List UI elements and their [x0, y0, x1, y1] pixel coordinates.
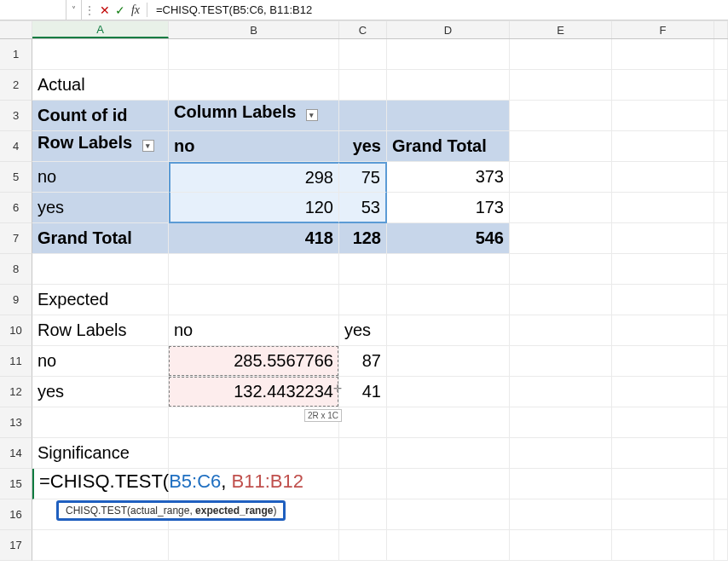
row-header[interactable]: 1	[0, 39, 32, 70]
row-header[interactable]: 4	[0, 131, 32, 162]
significance-label[interactable]: Significance	[32, 438, 169, 469]
cell-C7[interactable]: 128	[339, 223, 387, 254]
cell[interactable]	[612, 469, 714, 499]
cell[interactable]	[387, 499, 510, 530]
cell[interactable]	[714, 346, 728, 377]
cell[interactable]	[510, 162, 612, 193]
cell[interactable]	[510, 377, 612, 407]
cell[interactable]	[510, 193, 612, 223]
pivot-col-yes[interactable]: yes	[339, 131, 387, 162]
cell[interactable]	[714, 101, 728, 131]
cell-B11[interactable]: 285.5567766	[169, 346, 339, 377]
row-header[interactable]: 13	[0, 407, 32, 438]
row-header[interactable]: 12	[0, 377, 32, 407]
enter-icon[interactable]: ✓	[113, 0, 128, 20]
cell[interactable]	[169, 530, 339, 561]
cell[interactable]	[32, 254, 169, 285]
pivot-grand-total-col[interactable]: Grand Total	[387, 131, 510, 162]
cell[interactable]	[612, 39, 714, 70]
cell-D6[interactable]: 173	[387, 193, 510, 223]
col-header-F[interactable]: F	[612, 20, 714, 38]
expected-label[interactable]: Expected	[32, 285, 169, 315]
cell-D5[interactable]: 373	[387, 162, 510, 193]
cell[interactable]	[387, 469, 510, 499]
row-header[interactable]: 9	[0, 285, 32, 315]
cell[interactable]	[510, 70, 612, 101]
cell[interactable]	[339, 254, 387, 285]
cell[interactable]	[714, 39, 728, 70]
cell[interactable]	[339, 438, 387, 469]
cell[interactable]	[387, 285, 510, 315]
cell[interactable]	[510, 131, 612, 162]
cell[interactable]	[612, 346, 714, 377]
cell[interactable]	[510, 469, 612, 499]
pivot-row-yes[interactable]: yes	[32, 193, 169, 223]
row-header[interactable]: 5	[0, 162, 32, 193]
cell[interactable]	[339, 530, 387, 561]
active-cell-A15[interactable]: =CHISQ.TEST(B5:C6, B11:B12 CHISQ.TEST(ac…	[32, 469, 169, 499]
row-header[interactable]: 8	[0, 254, 32, 285]
cell[interactable]	[32, 407, 169, 438]
cell[interactable]	[714, 70, 728, 101]
expected-rowlabels[interactable]: Row Labels	[32, 315, 169, 346]
cell[interactable]	[169, 285, 339, 315]
cell[interactable]	[612, 70, 714, 101]
row-header[interactable]: 3	[0, 101, 32, 131]
cell[interactable]	[714, 162, 728, 193]
cell[interactable]	[387, 407, 510, 438]
column-labels-dropdown[interactable]: ▾	[306, 109, 318, 121]
formula-input[interactable]: =CHISQ.TEST(B5:C6, B11:B12	[151, 3, 728, 16]
row-header[interactable]: 16	[0, 499, 32, 530]
cell[interactable]	[714, 499, 728, 530]
cell-C11[interactable]: 87	[339, 346, 387, 377]
cell[interactable]	[612, 377, 714, 407]
fx-icon[interactable]: fx	[128, 0, 143, 20]
cell[interactable]	[714, 193, 728, 223]
name-box-dropdown[interactable]: ˅	[66, 0, 82, 20]
cell-B6[interactable]: 120	[169, 193, 339, 223]
row-header[interactable]: 11	[0, 346, 32, 377]
row-header[interactable]: 17	[0, 530, 32, 561]
row-labels-dropdown[interactable]: ▾	[142, 140, 154, 152]
cell[interactable]	[612, 315, 714, 346]
cell[interactable]	[387, 70, 510, 101]
row-header[interactable]: 6	[0, 193, 32, 223]
cell[interactable]	[32, 530, 169, 561]
cell[interactable]	[612, 530, 714, 561]
cell[interactable]	[339, 101, 387, 131]
cell[interactable]	[714, 377, 728, 407]
pivot-grand-total-row[interactable]: Grand Total	[32, 223, 169, 254]
cell[interactable]	[387, 39, 510, 70]
cell[interactable]	[612, 101, 714, 131]
expected-col-yes[interactable]: yes	[339, 315, 387, 346]
cell[interactable]	[387, 315, 510, 346]
cell-C6[interactable]: 53	[339, 193, 387, 223]
col-header-D[interactable]: D	[387, 20, 510, 38]
cell[interactable]	[510, 346, 612, 377]
cell[interactable]	[339, 499, 387, 530]
cell[interactable]	[714, 407, 728, 438]
col-header-C[interactable]: C	[339, 20, 387, 38]
cell[interactable]: Actual	[32, 70, 169, 101]
cell[interactable]	[714, 315, 728, 346]
function-tooltip[interactable]: CHISQ.TEST(actual_range, expected_range)	[56, 500, 286, 521]
cell[interactable]	[612, 285, 714, 315]
pivot-count-label[interactable]: Count of id	[32, 101, 169, 131]
cell-C5[interactable]: 75	[339, 162, 387, 193]
cell[interactable]	[339, 39, 387, 70]
cell[interactable]	[612, 254, 714, 285]
cell[interactable]	[612, 499, 714, 530]
cell-D7[interactable]: 546	[387, 223, 510, 254]
col-header-E[interactable]: E	[510, 20, 612, 38]
cell[interactable]	[714, 285, 728, 315]
row-header[interactable]: 15	[0, 469, 32, 499]
cell-B12[interactable]: 132.4432234 ✛ 2R x 1C	[169, 377, 339, 407]
cell[interactable]	[510, 285, 612, 315]
cell[interactable]	[612, 223, 714, 254]
cell[interactable]	[510, 254, 612, 285]
col-header-A[interactable]: A	[32, 20, 169, 38]
cell-B5[interactable]: 298	[169, 162, 339, 193]
row-header[interactable]: 7	[0, 223, 32, 254]
cell[interactable]	[510, 101, 612, 131]
cell[interactable]	[169, 39, 339, 70]
